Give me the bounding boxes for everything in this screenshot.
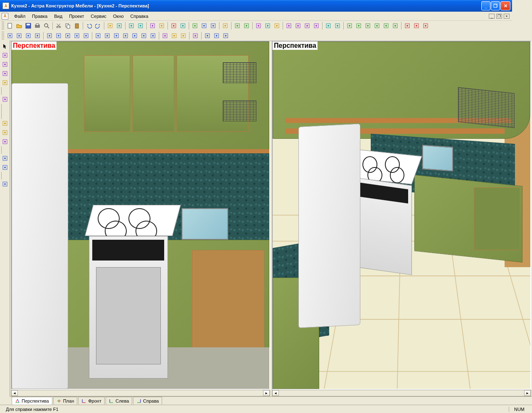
h1-button[interactable]	[203, 32, 212, 40]
d1-button[interactable]	[45, 32, 54, 40]
mdi-minimize-button[interactable]: _	[489, 14, 495, 19]
p7-button[interactable]	[149, 32, 157, 40]
gripper-icon[interactable]	[2, 32, 4, 40]
ext-button[interactable]	[179, 32, 187, 40]
g3-button[interactable]	[1, 180, 9, 188]
d4-button[interactable]	[73, 32, 81, 40]
g1-button[interactable]	[1, 154, 9, 162]
new-button[interactable]	[6, 22, 14, 30]
menu-window[interactable]: Окно	[110, 12, 127, 20]
close-button[interactable]: ✕	[500, 1, 510, 10]
zoom-fit-button[interactable]	[209, 22, 217, 30]
p4-button[interactable]	[121, 32, 130, 40]
rot-button[interactable]	[1, 128, 9, 137]
p5-button[interactable]	[131, 32, 139, 40]
table-button[interactable]	[179, 22, 187, 30]
cut-button[interactable]	[54, 22, 63, 30]
dist-h-button[interactable]	[403, 22, 411, 30]
zoom-out-button[interactable]	[200, 22, 208, 30]
p3-button[interactable]	[112, 32, 121, 40]
minimize-button[interactable]: _	[481, 1, 490, 10]
zoom-in-button[interactable]	[191, 22, 199, 30]
menu-view[interactable]: Вид	[51, 12, 66, 20]
align-c-button[interactable]	[355, 22, 363, 30]
viewport-left[interactable]: Перспектива	[11, 41, 270, 390]
g2-button[interactable]	[1, 163, 9, 172]
calc2-button[interactable]	[333, 22, 342, 30]
m1-button[interactable]	[6, 32, 14, 40]
tab-perspective[interactable]: Перспектива	[12, 397, 52, 397]
mir-button[interactable]	[1, 119, 9, 128]
menu-project[interactable]: Проект	[66, 12, 87, 20]
align-t-button[interactable]	[373, 22, 381, 30]
undo-button[interactable]	[85, 22, 93, 30]
path-button[interactable]	[191, 32, 200, 40]
menu-help[interactable]: Справка	[127, 12, 152, 20]
poly-button[interactable]	[1, 69, 9, 78]
hscrollbar-left[interactable]: ◄►	[11, 390, 270, 396]
align-b-button[interactable]	[391, 22, 399, 30]
scroll-left-icon[interactable]: ◄	[11, 390, 18, 396]
preview-button[interactable]	[42, 22, 51, 30]
wire-button[interactable]	[254, 22, 263, 30]
d5-button[interactable]	[82, 32, 90, 40]
d2-button[interactable]	[54, 32, 63, 40]
scroll-right-icon[interactable]: ►	[263, 390, 270, 396]
m3-button[interactable]	[24, 32, 32, 40]
sel-box-button[interactable]	[242, 22, 251, 30]
drill-button[interactable]	[127, 22, 135, 30]
line-button[interactable]	[1, 51, 9, 59]
align-m-button[interactable]	[382, 22, 390, 30]
h2-button[interactable]	[212, 32, 221, 40]
menu-file[interactable]: Файл	[11, 12, 29, 20]
print-button[interactable]	[33, 22, 42, 30]
rect-button[interactable]	[1, 60, 9, 69]
paste-button[interactable]	[73, 22, 81, 30]
tab-right[interactable]: Справа	[133, 397, 162, 397]
color-button[interactable]	[115, 22, 123, 30]
mdi-restore-button[interactable]: ❐	[496, 14, 502, 19]
menubar-app-icon[interactable]: A	[2, 13, 8, 20]
cube-button[interactable]	[161, 32, 169, 40]
dist-v-button[interactable]	[412, 22, 421, 30]
dist-s-button[interactable]	[421, 22, 430, 30]
shade-button[interactable]	[264, 22, 272, 30]
tab-left[interactable]: Слева	[106, 397, 132, 397]
cyl-button[interactable]	[170, 32, 178, 40]
viewport-right[interactable]: Перспектива	[272, 41, 512, 390]
m2-button[interactable]	[15, 32, 23, 40]
tree-button[interactable]	[148, 22, 157, 30]
report-button[interactable]	[170, 22, 178, 30]
sum-button[interactable]	[158, 22, 166, 30]
tex-button[interactable]	[273, 22, 281, 30]
d3-button[interactable]	[64, 32, 72, 40]
box-button[interactable]	[106, 22, 114, 30]
maximize-button[interactable]: ❐	[491, 1, 500, 10]
h3-button[interactable]	[222, 32, 230, 40]
scroll-left-icon[interactable]: ◄	[272, 390, 279, 396]
p6-button[interactable]	[140, 32, 148, 40]
screw-button[interactable]	[136, 22, 145, 30]
mat3-button[interactable]	[303, 22, 311, 30]
p2-button[interactable]	[103, 32, 111, 40]
calc1-button[interactable]	[324, 22, 332, 30]
m4-button[interactable]	[33, 32, 42, 40]
copy-button[interactable]	[64, 22, 72, 30]
align-l-button[interactable]	[345, 22, 354, 30]
tab-plan[interactable]: План	[53, 397, 78, 397]
redo-button[interactable]	[94, 22, 102, 30]
menu-edit[interactable]: Правка	[29, 12, 51, 20]
mat1-button[interactable]	[285, 22, 293, 30]
p1-button[interactable]	[94, 32, 102, 40]
edge-button[interactable]	[1, 95, 9, 103]
pan-button[interactable]	[221, 22, 229, 30]
menu-service[interactable]: Сервис	[87, 12, 110, 20]
mat4-button[interactable]	[312, 22, 320, 30]
save-button[interactable]	[24, 22, 32, 30]
tab-front[interactable]: Фронт	[78, 397, 105, 397]
arc-button[interactable]	[1, 79, 9, 87]
cursor-button[interactable]	[1, 42, 9, 50]
align-r-button[interactable]	[364, 22, 372, 30]
gripper-icon[interactable]	[2, 22, 4, 30]
mat2-button[interactable]	[294, 22, 302, 30]
